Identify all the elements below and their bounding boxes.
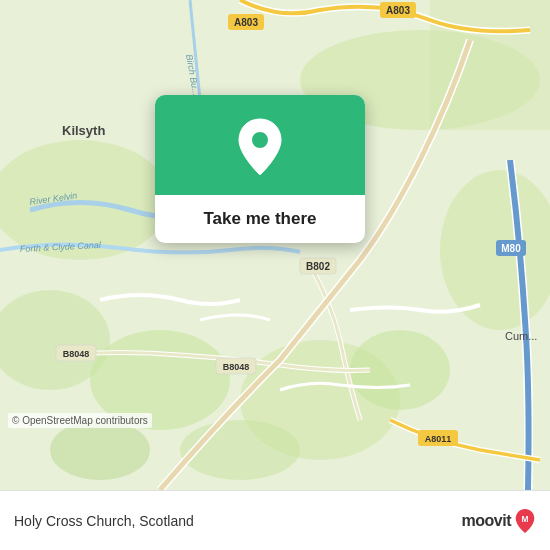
svg-point-30 (252, 132, 268, 148)
moovit-text: moovit (462, 512, 511, 530)
location-pin-icon (233, 117, 287, 177)
location-popup[interactable]: Take me there (155, 95, 365, 243)
bottom-bar: Holy Cross Church, Scotland moovit M (0, 490, 550, 550)
svg-text:B802: B802 (306, 261, 330, 272)
map-area: A803 A803 M80 B802 B8048 B8048 A8011 Kil… (0, 0, 550, 490)
svg-text:A8011: A8011 (425, 434, 452, 444)
popup-header (155, 95, 365, 195)
map-copyright: © OpenStreetMap contributors (8, 413, 152, 428)
svg-text:M: M (522, 513, 529, 523)
take-me-there-button[interactable]: Take me there (185, 195, 334, 243)
svg-text:Cum...: Cum... (505, 330, 537, 342)
svg-point-10 (50, 420, 150, 480)
svg-text:A803: A803 (386, 5, 410, 16)
location-name: Holy Cross Church, Scotland (14, 513, 194, 529)
svg-text:Kilsyth: Kilsyth (62, 123, 105, 138)
moovit-logo-icon: M (514, 508, 536, 534)
svg-text:M80: M80 (501, 243, 521, 254)
svg-text:B8048: B8048 (223, 362, 250, 372)
svg-text:B8048: B8048 (63, 349, 90, 359)
svg-text:A803: A803 (234, 17, 258, 28)
svg-rect-8 (430, 0, 550, 130)
moovit-logo: moovit M (462, 508, 536, 534)
